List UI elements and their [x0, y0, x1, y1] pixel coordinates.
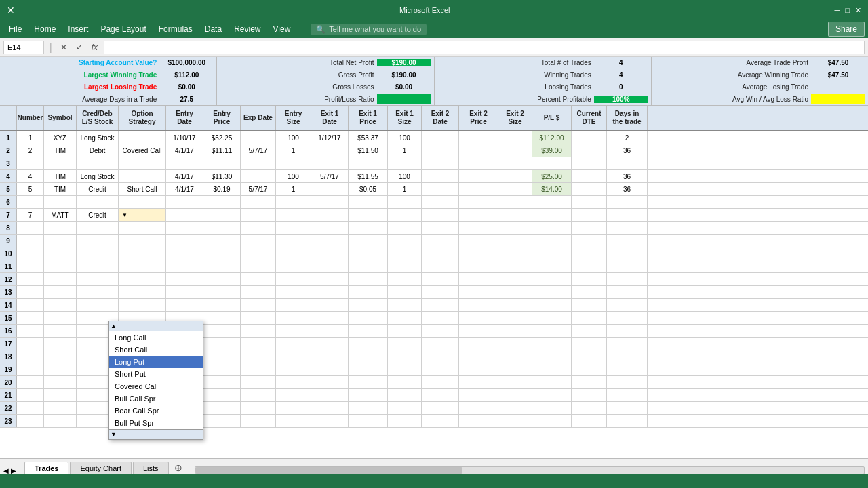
dropdown-option[interactable]: Covered Call	[109, 380, 203, 392]
summary-row-pct-profitable: Percent Profitable 100%	[435, 93, 651, 105]
pl-ratio-label: Profit/Loss Ratio	[220, 96, 376, 103]
table-cell	[422, 312, 459, 324]
option-strategy-dropdown[interactable]: ▲ Long CallShort CallLong PutShort PutCo…	[108, 321, 203, 440]
winning-trades-label: Winning Trades	[437, 71, 594, 79]
table-cell	[241, 376, 276, 388]
table-cell	[77, 247, 119, 260]
table-cell	[532, 402, 572, 414]
table-cell	[276, 222, 311, 234]
table-cell	[17, 389, 44, 401]
add-sheet-button[interactable]: ⊕	[170, 461, 186, 474]
insert-formula-btn[interactable]: fx	[89, 42, 100, 53]
table-cell	[498, 196, 532, 208]
dropdown-arrow-icon[interactable]: ▼	[122, 212, 127, 218]
table-row[interactable]: 77MATTCredit▼	[0, 209, 868, 222]
table-cell	[44, 157, 77, 169]
col-header-entry-size: EntrySize	[276, 106, 311, 130]
table-cell	[349, 235, 388, 247]
col-header-current-dte: CurrentDTE	[572, 106, 607, 130]
maximize-icon[interactable]: □	[845, 6, 850, 14]
table-cell	[44, 222, 77, 234]
table-cell	[607, 325, 648, 337]
formula-input[interactable]	[104, 41, 865, 54]
table-cell: 1/12/17	[311, 131, 349, 144]
dropdown-option[interactable]: Long Call	[109, 331, 203, 344]
table-cell: 36	[607, 183, 648, 195]
table-row-empty[interactable]: 14	[0, 299, 868, 312]
table-cell: 1/10/17	[166, 131, 203, 144]
tab-nav-right[interactable]: ▶	[11, 467, 16, 474]
table-row-empty[interactable]: 8	[0, 222, 868, 235]
table-cell	[17, 299, 44, 311]
table-row-empty[interactable]: 13	[0, 286, 868, 299]
dropdown-option[interactable]: Bear Call Spr	[109, 405, 203, 417]
ribbon-view[interactable]: View	[268, 22, 296, 36]
col-header-exit2-size: Exit 2Size	[498, 106, 532, 130]
ribbon: File Home Insert Page Layout Formulas Da…	[0, 20, 868, 38]
table-cell	[572, 325, 607, 337]
dropdown-option[interactable]: Bull Call Spr	[109, 392, 203, 405]
starting-value: $100,000.00	[159, 59, 214, 66]
table-cell	[166, 273, 203, 285]
table-row[interactable]: 22TIMDebitCovered Call4/1/17$11.115/7/17…	[0, 144, 868, 157]
dropdown-scroll-up[interactable]: ▲	[111, 323, 117, 329]
table-cell	[532, 196, 572, 208]
share-button[interactable]: Share	[828, 22, 865, 37]
dropdown-option[interactable]: Bull Put Spr	[109, 417, 203, 429]
table-cell	[459, 402, 498, 414]
ribbon-data[interactable]: Data	[199, 22, 227, 36]
ribbon-insert[interactable]: Insert	[62, 22, 94, 36]
option-strategy-cell[interactable]: ▼	[119, 209, 166, 221]
dropdown-scroll-down[interactable]: ▼	[111, 431, 117, 438]
table-cell	[203, 376, 241, 388]
table-cell	[532, 350, 572, 363]
table-row-empty[interactable]: 11	[0, 260, 868, 273]
table-cell	[572, 144, 607, 157]
table-cell: XYZ	[44, 131, 77, 144]
horizontal-scrollbar[interactable]	[195, 466, 865, 474]
ribbon-search[interactable]: 🔍 Tell me what you want to do	[311, 24, 427, 35]
dropdown-option[interactable]: Short Put	[109, 368, 203, 380]
table-cell	[459, 235, 498, 247]
table-row-empty[interactable]: 10	[0, 247, 868, 260]
dropdown-option[interactable]: Short Call	[109, 344, 203, 356]
summary-row-starting-value: Starting Account Value? $100,000.00	[0, 57, 216, 69]
table-cell	[166, 196, 203, 208]
ribbon-review[interactable]: Review	[229, 22, 266, 36]
table-row-empty[interactable]: 9	[0, 235, 868, 247]
table-cell	[422, 286, 459, 298]
confirm-formula-btn[interactable]: ✓	[73, 42, 85, 53]
title-bar-title: Microsoft Excel	[399, 6, 450, 14]
table-cell	[241, 312, 276, 324]
tab-nav-left[interactable]: ◀	[3, 467, 9, 474]
table-cell	[311, 363, 349, 375]
ribbon-file[interactable]: File	[3, 22, 27, 36]
cancel-formula-btn[interactable]: ✕	[58, 42, 70, 53]
table-row[interactable]: 55TIMCreditShort Call4/1/17$0.195/7/171$…	[0, 183, 868, 196]
table-cell	[572, 222, 607, 234]
tab-lists[interactable]: Lists	[133, 462, 169, 474]
table-row-empty[interactable]: 12	[0, 273, 868, 286]
table-cell	[572, 312, 607, 324]
table-cell	[276, 325, 311, 337]
table-cell	[311, 209, 349, 221]
table-row[interactable]: 6	[0, 196, 868, 209]
tab-trades[interactable]: Trades	[24, 462, 68, 474]
ribbon-home[interactable]: Home	[28, 22, 61, 36]
col-header-pl: P/L $	[532, 106, 572, 130]
table-cell	[349, 363, 388, 375]
close-icon[interactable]: ✕	[855, 6, 861, 15]
table-cell	[459, 157, 498, 169]
dropdown-option[interactable]: Long Put	[109, 356, 203, 368]
ribbon-pagelayout[interactable]: Page Layout	[95, 22, 151, 36]
ribbon-formulas[interactable]: Formulas	[153, 22, 198, 36]
table-row[interactable]: 11XYZLong Stock1/10/17$52.251001/12/17$5…	[0, 131, 868, 144]
minimize-icon[interactable]: ─	[835, 6, 840, 14]
table-row[interactable]: 3	[0, 157, 868, 170]
table-cell	[572, 209, 607, 221]
row-number: 15	[0, 312, 17, 324]
table-cell	[17, 363, 44, 375]
tab-equity-chart[interactable]: Equity Chart	[70, 462, 132, 474]
table-row[interactable]: 44TIMLong Stock4/1/17$11.301005/7/17$11.…	[0, 170, 868, 183]
cell-reference-input[interactable]	[3, 41, 44, 54]
